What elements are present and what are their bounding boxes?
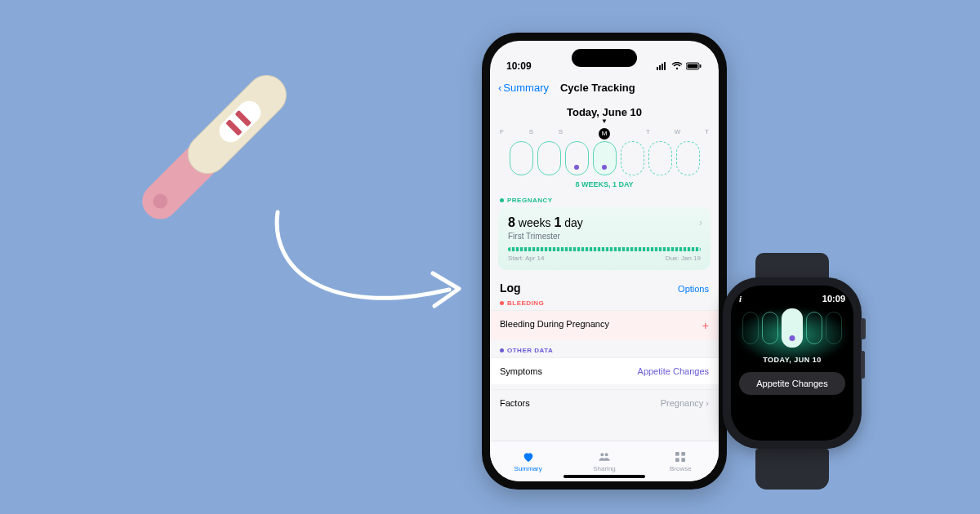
cycle-day[interactable] [537,141,561,175]
svg-rect-9 [662,64,663,70]
symptoms-row[interactable]: Symptoms Appetite Changes [490,357,719,384]
grid-icon [673,450,688,463]
section-label-text: BLEEDING [507,299,544,307]
cycle-day[interactable] [762,312,778,344]
day-label: W [666,128,689,140]
svg-rect-7 [657,67,658,70]
cycle-day[interactable] [565,141,589,175]
gestation-summary: 8 WEEKS, 1 DAY [490,180,719,188]
day-label: S [549,128,572,140]
dot-icon [500,301,504,305]
row-value: Pregnancy › [661,398,709,408]
svg-rect-8 [659,65,661,70]
people-icon [597,450,612,463]
pregnancy-duration: 8 weeks 1 day [508,215,701,230]
other-data-section-label: OTHER DATA [490,340,719,357]
pregnancy-dates: Start: Apr 14 Due: Jan 19 [508,255,701,262]
log-options-link[interactable]: Options [678,284,709,294]
dynamic-island [572,49,637,67]
svg-rect-14 [700,64,702,68]
status-indicators [657,62,702,72]
watch-time: 10:09 [822,294,845,304]
date-heading: Today, June 10 [490,106,719,118]
cycle-day[interactable] [676,141,700,175]
section-label-text: PREGNANCY [507,197,553,204]
pregnancy-card[interactable]: 8 weeks 1 day First Trimester Start: Apr… [498,207,710,270]
day-label: S [519,128,543,140]
dot-icon [500,348,504,352]
row-label: Factors [500,398,530,408]
home-indicator[interactable] [564,475,645,478]
cycle-day[interactable] [510,141,533,175]
cycle-day[interactable] [621,141,644,175]
chevron-right-icon: › [699,217,702,228]
day-label: F [490,128,514,140]
section-label-text: OTHER DATA [507,347,553,354]
tab-label: Browse [670,465,692,472]
day-label: T [636,128,660,140]
back-label: Summary [503,82,549,94]
day-labels-row: F S S M T W T [490,128,719,140]
day-label: T [695,128,719,140]
signal-icon [657,62,668,72]
apple-watch-device: i 10:09 TODAY, JUN 10 Appetite Changes [710,253,874,490]
cycle-day-today[interactable] [782,308,803,348]
row-value: Appetite Changes [638,366,709,376]
iphone-screen: 10:09 ‹ Summary Cycle Tracking Toda [490,41,719,481]
log-title: Log [500,281,521,295]
wifi-icon [671,62,683,72]
iphone-device: 10:09 ‹ Summary Cycle Tracking Toda [482,33,727,490]
svg-point-11 [676,68,678,69]
pregnancy-start-date: Start: Apr 14 [508,255,544,262]
pregnancy-trimester: First Trimester [508,232,701,241]
svg-rect-18 [682,452,686,456]
dot-icon [500,198,504,202]
svg-rect-13 [688,64,698,69]
cycle-day[interactable] [648,141,672,175]
watch-symptom-chip[interactable]: Appetite Changes [739,372,845,395]
tab-summary[interactable]: Summary [490,441,566,481]
day-label-today: M [599,128,610,140]
screen-content: Today, June 10 ▼ F S S M T W T 8 WEEKS, … [490,101,719,441]
info-icon[interactable]: i [739,294,742,304]
svg-point-15 [600,453,604,456]
arrow-illustration [261,204,474,326]
heart-icon [521,450,536,463]
tab-label: Sharing [593,465,616,472]
cycle-day-today[interactable] [593,141,617,175]
row-label: Symptoms [500,366,542,376]
bleeding-row[interactable]: Bleeding During Pregnancy + [490,310,719,340]
svg-rect-20 [682,458,686,462]
chevron-left-icon: ‹ [498,82,501,94]
watch-case: i 10:09 TODAY, JUN 10 Appetite Changes [723,277,862,449]
watch-cycle-row[interactable] [739,312,845,348]
svg-rect-10 [664,62,666,70]
svg-rect-19 [675,458,679,462]
pregnancy-section-label: PREGNANCY [490,188,719,207]
cycle-day[interactable] [742,312,759,344]
bleeding-section-label: BLEEDING [490,298,719,310]
nav-bar: ‹ Summary Cycle Tracking [490,73,719,101]
current-day-marker: ▼ [490,117,719,125]
factors-row[interactable]: Factors Pregnancy › [490,389,719,416]
watch-screen: i 10:09 TODAY, JUN 10 Appetite Changes [731,286,853,441]
cycle-day[interactable] [826,312,842,344]
cycle-day[interactable] [806,312,822,344]
log-header: Log Options [490,270,719,298]
svg-rect-17 [675,452,679,456]
digital-crown[interactable] [861,318,866,339]
side-button[interactable] [861,351,865,379]
watch-band [755,449,829,490]
row-label: Bleeding During Pregnancy [500,319,609,332]
nav-title: Cycle Tracking [560,82,635,94]
back-button[interactable]: ‹ Summary [498,82,549,94]
svg-point-16 [605,453,608,456]
watch-status-bar: i 10:09 [739,294,845,304]
battery-icon [686,62,702,72]
plus-icon: + [702,319,709,332]
tab-browse[interactable]: Browse [643,441,719,481]
pregnancy-progress-bar [508,247,701,251]
cycle-days-row[interactable] [490,141,719,175]
pregnancy-due-date: Due: Jan 19 [666,255,701,262]
status-time: 10:09 [506,60,532,72]
